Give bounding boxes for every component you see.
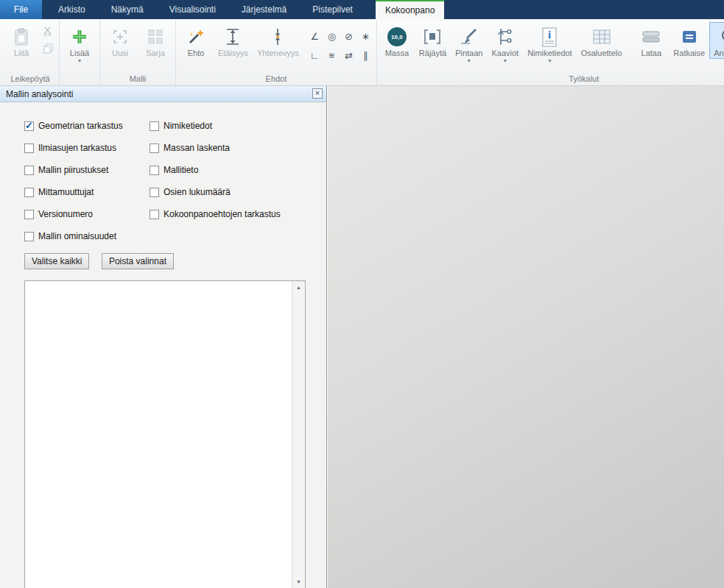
- checkbox-mallin-piirustukset[interactable]: ✓ Mallin piirustukset: [24, 165, 150, 175]
- clear-selections-button[interactable]: Poista valinnat: [102, 253, 174, 269]
- checkbox-osien-lukumaara[interactable]: ✓ Osien lukumäärä: [150, 187, 281, 197]
- checkbox-box[interactable]: ✓: [24, 232, 34, 241]
- solve-label: Ratkaise: [673, 49, 705, 58]
- chevron-down-icon: ▾: [548, 58, 551, 64]
- checkbox-box[interactable]: ✓: [24, 121, 34, 131]
- series-button[interactable]: Sarja: [138, 22, 173, 59]
- scissors-icon: [43, 26, 54, 40]
- solve-icon: [681, 25, 698, 49]
- checkbox-geometrian-tarkastus[interactable]: ✓ Geometrian tarkastus: [24, 121, 150, 131]
- checkbox-mallitieto[interactable]: ✓ Mallitieto: [150, 165, 281, 175]
- scroll-down-icon[interactable]: ▼: [292, 575, 305, 588]
- coincidence-constraint-button[interactable]: Yhtenevyys: [253, 22, 303, 59]
- scroll-down-glyph: ▼: [296, 579, 301, 584]
- analyze-label: Analysoi: [714, 49, 724, 58]
- clipboard-icon: [13, 25, 30, 49]
- checkbox-box[interactable]: ✓: [150, 121, 159, 131]
- checkbox-versionumero[interactable]: ✓ Versionumero: [24, 209, 150, 219]
- panel-title-bar: Mallin analysointi ×: [0, 86, 326, 102]
- results-scrollbar[interactable]: ▲ ▼: [292, 281, 305, 588]
- to-surface-button[interactable]: Pintaan ▾: [451, 22, 487, 65]
- magic-wand-icon: [186, 25, 205, 49]
- distance-icon: [224, 25, 242, 49]
- analyze-button[interactable]: Analysoi: [709, 22, 724, 59]
- svg-text:i: i: [548, 29, 551, 40]
- diagrams-button[interactable]: Kaaviot ▾: [487, 22, 523, 65]
- coincidence-label: Yhtenevyys: [257, 49, 299, 58]
- ribbon-group-label: [62, 74, 97, 85]
- file-menu-button[interactable]: File: [0, 0, 42, 19]
- parts-list-button[interactable]: Osaluettelo: [577, 22, 627, 59]
- checkbox-label: Ilmiasujen tarkastus: [38, 143, 116, 153]
- checkbox-mallin-ominaisuudet[interactable]: ✓ Mallin ominaisuudet: [24, 231, 150, 241]
- checkbox-label: Mallin ominaisuudet: [38, 231, 116, 241]
- checkbox-box[interactable]: ✓: [150, 210, 159, 219]
- checkbox-mittamuuttujat[interactable]: ✓ Mittamuuttujat: [24, 187, 150, 197]
- coincidence-icon: [269, 25, 287, 49]
- parts-list-label: Osaluettelo: [581, 49, 622, 58]
- scroll-up-icon[interactable]: ▲: [292, 281, 305, 294]
- checkbox-label: Nimiketiedot: [164, 121, 212, 131]
- load-button[interactable]: Lataa: [633, 22, 669, 59]
- checkbox-nimiketiedot[interactable]: ✓ Nimiketiedot: [150, 121, 281, 131]
- checkbox-box[interactable]: ✓: [24, 188, 34, 197]
- perpendicular-constraint-icon[interactable]: ∟: [306, 46, 323, 65]
- ribbon-group-label: Leikepöytä: [4, 74, 57, 85]
- checkbox-box[interactable]: ✓: [150, 188, 159, 197]
- tangent-constraint-icon[interactable]: ⊘: [340, 26, 357, 46]
- checkbox-kokoonpanoehtojen-tarkastus[interactable]: ✓ Kokoonpanoehtojen tarkastus: [150, 209, 281, 219]
- insert-component-button[interactable]: Lisää ▾: [62, 22, 97, 65]
- new-label: Uusi: [112, 49, 128, 58]
- distance-constraint-button[interactable]: Etäisyys: [214, 22, 253, 59]
- checkbox-box[interactable]: ✓: [150, 166, 159, 175]
- checkbox-label: Osien lukumäärä: [164, 187, 231, 197]
- surface-pin-icon: [460, 25, 479, 49]
- ribbon-group-insert: Lisää ▾: [60, 19, 100, 85]
- explode-icon: [423, 25, 442, 49]
- analysis-results-box[interactable]: ▲ ▼: [24, 280, 306, 588]
- tab-nakyma[interactable]: Näkymä: [102, 0, 153, 19]
- tab-arkisto[interactable]: Arkisto: [49, 0, 95, 19]
- checkbox-label: Versionumero: [38, 209, 93, 219]
- coplanar-constraint-icon[interactable]: ∥: [357, 46, 374, 65]
- distance-label: Etäisyys: [218, 49, 248, 58]
- tab-kokoonpano[interactable]: Kokoonpano: [376, 0, 444, 19]
- dimension-chain-icon: [496, 25, 515, 49]
- tab-jarjestelma[interactable]: Järjestelmä: [232, 0, 296, 19]
- new-button[interactable]: Uusi: [102, 22, 138, 59]
- symmetric-constraint-icon[interactable]: ∗: [357, 26, 374, 46]
- solve-button[interactable]: Ratkaise: [669, 22, 709, 59]
- panel-action-row: Valitse kaikki Poista valinnat: [24, 253, 326, 269]
- checkbox-label: Mallitieto: [164, 165, 198, 175]
- checkbox-box[interactable]: ✓: [150, 144, 159, 153]
- mass-value-badge: 10,0: [387, 27, 407, 46]
- checkbox-box[interactable]: ✓: [24, 144, 34, 153]
- model-analysis-panel: Mallin analysointi × ✓ Geometrian tarkas…: [0, 86, 327, 588]
- checkbox-box[interactable]: ✓: [24, 210, 34, 219]
- menu-bar: File Arkisto Näkymä Visualisointi Järjes…: [0, 0, 724, 19]
- paste-button[interactable]: Liitä: [4, 22, 39, 59]
- options-column-right: ✓ Nimiketiedot ✓ Massan laskenta ✓ Malli…: [150, 121, 281, 253]
- angle-constraint-icon[interactable]: ∠: [306, 26, 323, 46]
- copy-button[interactable]: [41, 42, 55, 57]
- mass-button[interactable]: 10,0 Massa: [379, 22, 415, 59]
- chevron-down-icon: ▾: [78, 58, 81, 64]
- item-data-button[interactable]: i Nimiketiedot ▾: [523, 22, 577, 65]
- select-all-button[interactable]: Valitse kaikki: [24, 253, 89, 269]
- parallel-constraint-icon[interactable]: ≡: [323, 46, 340, 65]
- direction-constraint-icon[interactable]: ⇄: [340, 46, 357, 65]
- close-icon[interactable]: ×: [312, 88, 323, 99]
- concentric-constraint-icon[interactable]: ◎: [323, 26, 340, 46]
- explode-button[interactable]: Räjäytä: [415, 22, 451, 59]
- constraint-button[interactable]: Ehto: [178, 22, 214, 59]
- paste-label: Liitä: [14, 49, 29, 58]
- analysis-options: ✓ Geometrian tarkastus ✓ Ilmiasujen tark…: [24, 121, 326, 253]
- cut-button[interactable]: [41, 25, 55, 40]
- checkbox-ilmiasujen-tarkastus[interactable]: ✓ Ilmiasujen tarkastus: [24, 143, 150, 153]
- tab-visualisointi[interactable]: Visualisointi: [160, 0, 225, 19]
- checkbox-massan-laskenta[interactable]: ✓ Massan laskenta: [150, 143, 281, 153]
- tab-pistepilvet[interactable]: Pistepilvet: [303, 0, 362, 19]
- checkbox-box[interactable]: ✓: [24, 166, 34, 175]
- 3d-viewport[interactable]: [328, 86, 724, 588]
- copy-icon: [43, 43, 54, 57]
